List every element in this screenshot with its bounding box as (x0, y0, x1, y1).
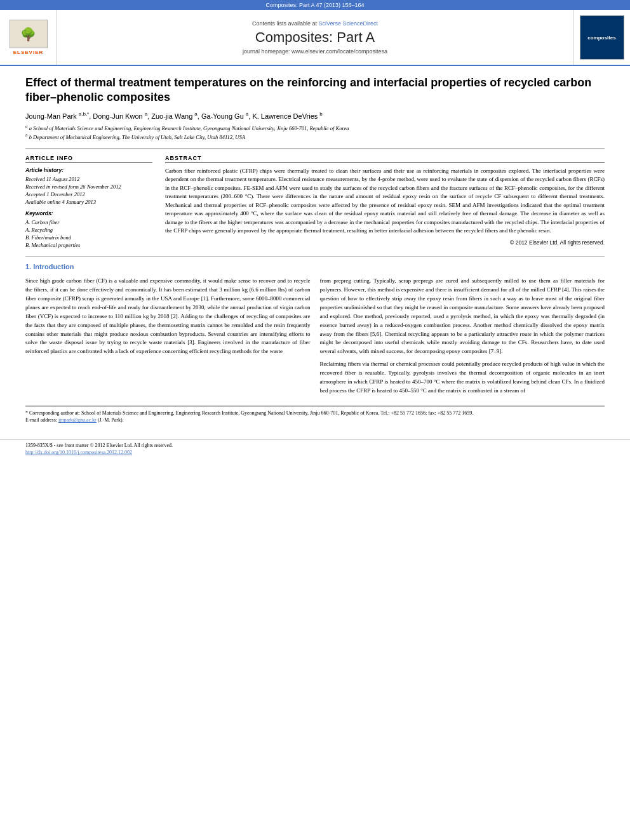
composites-logo-area: composites (573, 10, 630, 65)
keyword-3: B. Fiber/matrix bond (25, 234, 152, 241)
article-info-heading: ARTICLE INFO (25, 155, 152, 163)
elsevier-logo-area: 🌳 ELSEVIER (0, 10, 57, 65)
journal-header: 🌳 ELSEVIER Contents lists available at S… (0, 10, 630, 66)
intro-right-para: from prepreg cutting. Typically, scrap p… (320, 277, 605, 356)
homepage-url: www.elsevier.com/locate/compositesa (292, 48, 387, 55)
section-number: 1. (25, 263, 33, 270)
sciverse-link[interactable]: SciVerse ScienceDirect (319, 20, 379, 27)
affiliation-a: a a School of Materials Science and Engi… (25, 124, 605, 133)
authors-text: Joung-Man Park a,b,*, Dong-Jun Kwon a, Z… (25, 112, 323, 120)
footnote-email: E-mail address: jmpark@gnu.ac.kr (J.-M. … (25, 417, 605, 423)
divider-after-abstract (25, 256, 605, 257)
section-title-text: Introduction (33, 263, 74, 270)
elsevier-logo-image: 🌳 (10, 20, 48, 48)
intro-right-para-2: Reclaiming fibers via thermal or chemica… (320, 360, 605, 396)
authors-line: Joung-Man Park a,b,*, Dong-Jun Kwon a, Z… (25, 112, 605, 121)
keyword-2: A. Recycling (25, 227, 152, 233)
body-right-col: from prepreg cutting. Typically, scrap p… (320, 277, 605, 399)
elsevier-logo: 🌳 ELSEVIER (10, 20, 48, 55)
article-info-col: ARTICLE INFO Article history: Received 1… (25, 155, 152, 250)
copyright-line: © 2012 Elsevier Ltd. All rights reserved… (165, 239, 605, 246)
keyword-4: B. Mechanical properties (25, 242, 152, 248)
available-date: Available online 4 January 2013 (25, 199, 152, 205)
journal-citation-bar: Composites: Part A 47 (2013) 156–164 (0, 0, 630, 10)
email-link[interactable]: jmpark@gnu.ac.kr (58, 417, 97, 423)
article-content: Effect of thermal treatment temperatures… (0, 66, 630, 433)
introduction-section-title: 1. Introduction (25, 263, 605, 270)
doi-link[interactable]: http://dx.doi.org/10.1016/j.compositesa.… (25, 450, 132, 455)
journal-homepage: journal homepage: www.elsevier.com/locat… (243, 48, 387, 55)
sciverse-label: Contents lists available at (252, 20, 317, 27)
received-date: Received 11 August 2012 (25, 176, 152, 182)
keywords-label: Keywords: (25, 210, 152, 217)
intro-left-para: Since high grade carbon fiber (CF) is a … (25, 277, 311, 356)
abstract-col: ABSTRACT Carbon fiber reinforced plastic… (165, 155, 605, 250)
body-columns: Since high grade carbon fiber (CF) is a … (25, 277, 605, 399)
article-title: Effect of thermal treatment temperatures… (25, 76, 605, 105)
page: Composites: Part A 47 (2013) 156–164 🌳 E… (0, 0, 630, 840)
footnote-section: * Corresponding author at: School of Mat… (25, 406, 605, 423)
composites-logo: composites (580, 15, 624, 60)
abstract-heading: ABSTRACT (165, 155, 605, 163)
divider-after-affiliations (25, 148, 605, 149)
accepted-date: Accepted 1 December 2012 (25, 191, 152, 197)
affiliation-b: b b Department of Mechanical Engineering… (25, 133, 605, 142)
body-left-col: Since high grade carbon fiber (CF) is a … (25, 277, 311, 399)
composites-logo-text: composites (587, 35, 615, 41)
history-label: Article history: (25, 167, 152, 173)
footnote-corresponding: * Corresponding author at: School of Mat… (25, 410, 605, 417)
received-revised-date: Received in revised form 26 November 201… (25, 183, 152, 190)
sciverse-line: Contents lists available at SciVerse Sci… (252, 20, 378, 27)
elsevier-brand-text: ELSEVIER (13, 50, 44, 55)
journal-title: Composites: Part A (255, 29, 375, 46)
tree-icon: 🌳 (20, 27, 36, 42)
abstract-text: Carbon fiber reinforced plastic (CFRP) c… (165, 167, 605, 236)
article-info-abstract: ARTICLE INFO Article history: Received 1… (25, 155, 605, 250)
affiliations: a a School of Materials Science and Engi… (25, 124, 605, 141)
bottom-bar: 1359-835X/$ - see front matter © 2012 El… (0, 439, 630, 458)
journal-citation-text: Composites: Part A 47 (2013) 156–164 (265, 2, 364, 8)
issn-text: 1359-835X/$ - see front matter © 2012 El… (25, 443, 605, 448)
homepage-label: journal homepage: (243, 48, 290, 55)
journal-header-center: Contents lists available at SciVerse Sci… (57, 10, 573, 65)
keyword-1: A. Carbon fiber (25, 219, 152, 225)
